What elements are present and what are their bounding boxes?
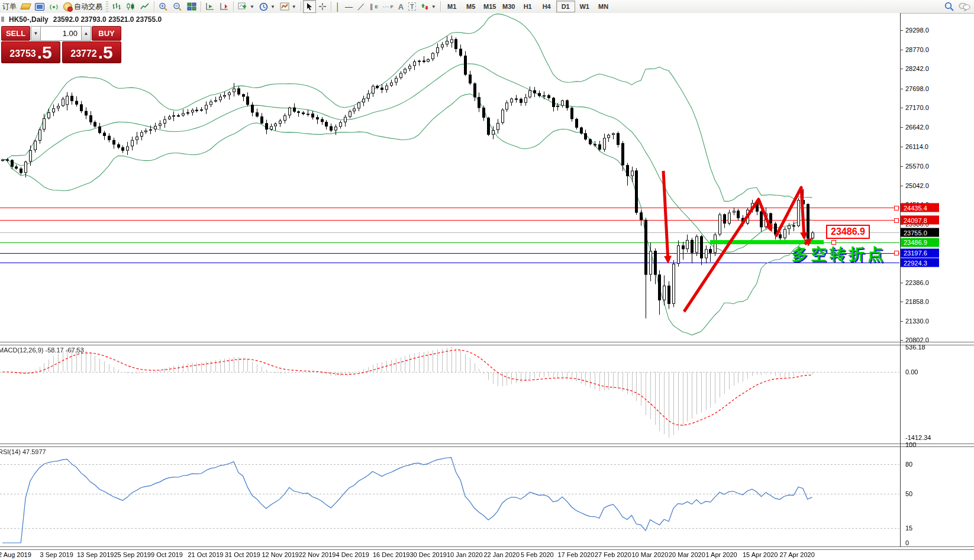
rsi-axis-label: 0 <box>905 539 909 546</box>
line-handle[interactable] <box>894 218 899 223</box>
date-tick-label: 15 Apr 2020 <box>743 551 778 558</box>
timeframe-mn[interactable]: MN <box>594 1 613 12</box>
date-tick-label: 27 Feb 2020 <box>595 551 631 558</box>
buy-button[interactable]: BUY <box>92 26 121 41</box>
macd-pane-splitter[interactable] <box>0 342 974 345</box>
rsi-label: RSI(14) 47.5977 <box>0 448 46 455</box>
chart-symbol-period: HK50-,Daily <box>9 15 49 24</box>
text-label-tool[interactable]: T <box>406 1 418 12</box>
price-axis-border <box>900 13 901 547</box>
timeframe-m30[interactable]: M30 <box>499 1 518 12</box>
price-chart-canvas[interactable] <box>0 13 901 550</box>
chart-ohlc-values: 23592.0 23793.0 23521.0 23755.0 <box>53 15 162 24</box>
autotrading-label: 自动交易 <box>74 2 102 12</box>
autotrading-icon <box>63 2 72 11</box>
macd-axis-label: 536.18 <box>905 344 925 351</box>
date-tick-label: 22 Nov 2019 <box>299 551 336 558</box>
candlestick-mode-icon[interactable] <box>124 1 138 12</box>
date-tick-label: 16 Dec 2019 <box>373 551 409 558</box>
trendline-tool[interactable]: ／ <box>355 1 367 12</box>
timeframe-m5[interactable]: M5 <box>462 1 480 12</box>
price-tick-mark <box>900 340 903 341</box>
line-handle[interactable] <box>894 251 899 255</box>
one-click-trading-panel: SELL ▼ ▲ BUY 23753 .5 23772 .5 <box>1 26 121 63</box>
template-icon <box>280 2 289 11</box>
volume-decrease-button[interactable]: ▼ <box>31 26 41 41</box>
signal-icon[interactable] <box>47 1 61 12</box>
line-handle[interactable] <box>831 240 836 245</box>
price-tick-mark <box>900 302 903 302</box>
toolbar: 订单 自动交易 <box>0 0 974 14</box>
zoom-out-icon[interactable] <box>170 1 185 12</box>
auto-scroll-icon[interactable] <box>203 1 217 12</box>
periods-menu-button[interactable]: ▼ <box>257 1 278 12</box>
horizontal-line-tool[interactable]: — <box>343 1 355 12</box>
date-tick-label: 1 Apr 2020 <box>706 551 737 558</box>
indicators-icon <box>238 2 247 11</box>
buy-price-frac: .5 <box>98 44 113 61</box>
timeframe-m15[interactable]: M15 <box>480 1 499 12</box>
price-badge-23486.9: 23486.9 <box>901 238 939 247</box>
bar-chart-mode-icon[interactable] <box>109 1 124 12</box>
cursor-icon <box>306 2 313 11</box>
arrows-icon <box>421 3 429 11</box>
terminal-icon[interactable] <box>33 1 47 12</box>
rsi-axis-label: 80 <box>905 461 912 468</box>
price-badge-23197.6: 23197.6 <box>901 248 939 257</box>
rsi-pane-splitter[interactable] <box>0 444 974 447</box>
volume-increase-button[interactable]: ▲ <box>81 26 91 41</box>
buy-price: 23772 <box>70 46 97 61</box>
autotrading-button[interactable]: 自动交易 <box>61 1 105 12</box>
date-tick-label: 12 Nov 2019 <box>262 551 299 558</box>
templates-menu-button[interactable]: ▼ <box>278 1 299 12</box>
price-tick-label: 22386.0 <box>905 279 929 286</box>
level-price-box[interactable]: 23486.9 <box>826 225 870 239</box>
timeframe-h1[interactable]: H1 <box>518 1 537 12</box>
sell-price-frac: .5 <box>37 44 52 61</box>
price-tick-label: 26114.0 <box>905 143 928 150</box>
date-tick-label: 21 Oct 2019 <box>188 551 224 558</box>
date-tick-label: 9 Oct 2019 <box>151 551 183 558</box>
search-icon[interactable] <box>944 2 954 11</box>
timeframe-w1[interactable]: W1 <box>575 1 594 12</box>
sell-price-box[interactable]: 23753 .5 <box>1 41 60 63</box>
price-tick-mark <box>900 89 903 89</box>
price-tick-mark <box>900 69 903 69</box>
turning-point-text[interactable]: 多空转折点 <box>792 244 886 265</box>
timeframe-d1[interactable]: D1 <box>556 1 575 12</box>
zoom-in-icon[interactable] <box>156 1 170 12</box>
arrows-tool-button[interactable]: ▼ <box>418 1 438 12</box>
crosshair-tool-button[interactable] <box>316 1 329 12</box>
channel-tool[interactable]: ∥E <box>367 1 380 12</box>
macd-label: MACD(12,26,9) -58.17 -67.53 <box>0 347 84 354</box>
chart-title: HK50-,Daily 23592.0 23793.0 23521.0 2375… <box>1 15 162 24</box>
timeframe-h4[interactable]: H4 <box>537 1 556 12</box>
gold-ingot-icon[interactable] <box>19 1 33 12</box>
text-tool[interactable]: A <box>396 1 406 12</box>
tile-windows-icon[interactable] <box>185 1 199 12</box>
macd-axis-label: -1412.34 <box>905 434 931 441</box>
date-tick-label: 10 Jan 2020 <box>447 551 483 558</box>
sell-button[interactable]: SELL <box>1 26 30 41</box>
rsi-axis-label: 100 <box>905 441 916 448</box>
price-tick-mark <box>900 283 903 283</box>
timeframe-m1[interactable]: M1 <box>443 1 462 12</box>
macd-axis-label: 0.00 <box>905 368 918 376</box>
cursor-tool-button[interactable] <box>303 0 316 13</box>
line-chart-mode-icon[interactable] <box>138 1 152 12</box>
new-order-button[interactable]: 订单 <box>0 1 19 12</box>
chart-shift-icon[interactable] <box>217 1 231 12</box>
buy-price-box[interactable]: 23772 .5 <box>62 41 121 63</box>
date-tick-label: 22 Aug 2019 <box>0 551 31 558</box>
timeframe-bar: M1M5M15M30H1H4D1W1MN <box>443 1 613 12</box>
volume-input[interactable] <box>41 26 81 41</box>
price-tick-label: 26642.0 <box>905 124 929 131</box>
fibonacci-tool[interactable]: ⋯F <box>380 1 396 12</box>
indicators-menu-button[interactable]: ▼ <box>236 1 257 12</box>
line-handle[interactable] <box>894 206 899 211</box>
date-tick-label: 3 Sep 2019 <box>40 551 73 558</box>
price-tick-mark <box>900 127 903 128</box>
new-order-label: 订单 <box>2 2 17 12</box>
chat-icon[interactable] <box>959 2 970 11</box>
vertical-line-tool[interactable]: │ <box>333 1 343 12</box>
